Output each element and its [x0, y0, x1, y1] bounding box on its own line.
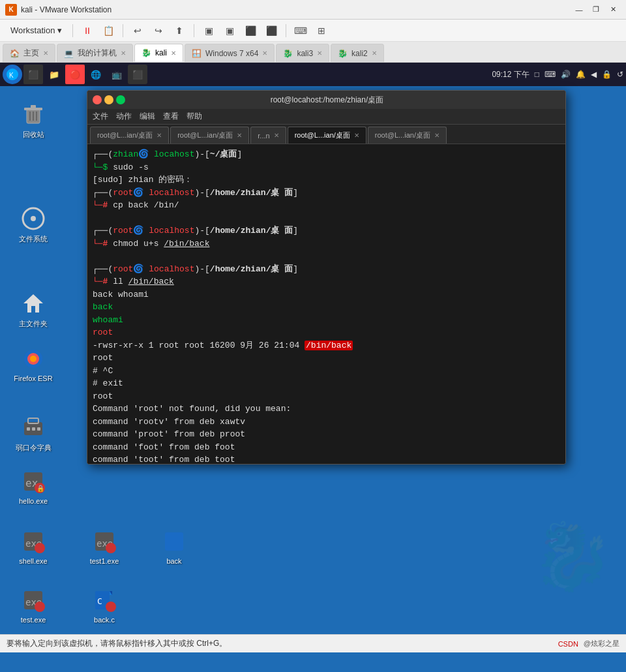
term-tab-5-close[interactable]: ✕ — [434, 132, 440, 139]
tab-home[interactable]: 🏠 主页 ✕ — [3, 44, 55, 62]
status-text: 要将输入定向到该虚拟机，请将鼠标指针移入其中或按 Ctrl+G。 — [7, 638, 227, 649]
vm-time: 09:12 下午 — [492, 69, 529, 80]
firefox-label: Firefox ESR — [14, 374, 52, 382]
lock-icon: 🔒 — [602, 70, 612, 79]
kali-terminal-open[interactable]: ⬛ — [128, 65, 147, 84]
kali3-tab-close[interactable]: ✕ — [317, 50, 322, 57]
toolbar-btn-6[interactable]: ▣ — [220, 22, 239, 40]
kali-taskbar-icon-4[interactable]: 🌐 — [86, 65, 106, 84]
kali-tab-close[interactable]: ✕ — [171, 50, 176, 57]
term-output-6: root — [93, 352, 560, 365]
titlebar: K kali - VMware Workstation — ❐ ✕ — [0, 0, 626, 20]
workstation-menu[interactable]: Workstation ▾ — [5, 23, 67, 38]
desktop-icon-test1exe[interactable]: exe test1.exe — [82, 526, 127, 568]
desktop-icon-shellexe[interactable]: exe shell.exe — [10, 526, 56, 568]
svg-text:🔒: 🔒 — [37, 484, 45, 493]
terminal-close-btn[interactable] — [93, 95, 102, 104]
term-line-5: └─# cp back /bin/ — [93, 199, 560, 212]
kali2-tab-close[interactable]: ✕ — [372, 50, 377, 57]
desktop-icon-weakpass[interactable]: 弱口令字典 — [10, 412, 56, 455]
kali-taskbar-icon-1[interactable]: ⬛ — [23, 65, 43, 84]
app-logo: K — [5, 4, 17, 16]
toolbar-btn-4[interactable]: ⬆ — [170, 22, 188, 40]
svg-text:K: K — [9, 72, 14, 79]
kali-menu-icon[interactable]: K — [3, 65, 22, 84]
term-tab-4-close[interactable]: ✕ — [354, 132, 359, 139]
toolbar-btn-1[interactable]: 📋 — [99, 22, 117, 40]
home-tab-label: 主页 — [23, 48, 39, 59]
tab-mycomputer[interactable]: 💻 我的计算机 ✕ — [57, 44, 133, 62]
term-tab-1[interactable]: root@L...ian/桌面 ✕ — [90, 127, 169, 144]
volume-icon: 🔊 — [561, 70, 571, 79]
keyboard-icon: □ — [535, 70, 539, 79]
tab-kali[interactable]: 🐉 kali ✕ — [134, 44, 183, 62]
svg-rect-28 — [37, 427, 40, 431]
home-tab-close[interactable]: ✕ — [43, 50, 48, 57]
toolbar-btn-9[interactable]: ⌨ — [291, 22, 310, 40]
term-line-3: [sudo] zhian 的密码： — [93, 174, 560, 187]
win7-tab-close[interactable]: ✕ — [262, 50, 267, 57]
terminal-minimize-btn[interactable] — [104, 95, 113, 104]
svg-point-35 — [35, 543, 45, 553]
desktop-icon-home[interactable]: 主文件夹 — [10, 288, 56, 331]
toolbar-btn-3[interactable]: ↪ — [149, 22, 168, 40]
term-tab-4[interactable]: root@L...ian/桌面 ✕ — [288, 127, 366, 144]
toolbar-btn-7[interactable]: ⬛ — [241, 22, 260, 40]
window-controls: — ❐ ✕ — [571, 3, 621, 16]
term-menu-help[interactable]: 帮助 — [186, 111, 202, 122]
term-tab-1-close[interactable]: ✕ — [156, 132, 162, 139]
desktop-icon-helloexe[interactable]: ex🔒 hello.exe — [10, 466, 56, 508]
win7-tab-label: Windows 7 x64 — [205, 49, 258, 58]
toolbar-btn-8[interactable]: ⬛ — [262, 22, 280, 40]
tab-win7[interactable]: 🪟 Windows 7 x64 ✕ — [185, 44, 275, 62]
status-right: CSDN @炫彩之星 — [558, 639, 619, 649]
helloexe-label: hello.exe — [19, 497, 48, 505]
desktop-icon-back[interactable]: back — [151, 526, 197, 568]
term-line-9: └─# ll /bin/back — [93, 275, 560, 288]
toolbar-btn-10[interactable]: ⊞ — [312, 22, 331, 40]
term-tab-3-close[interactable]: ✕ — [274, 132, 279, 139]
term-output-10: Command 'root' not found, did you mean: — [93, 403, 560, 416]
term-line-1: ┌──(zhian🌀 locahost)-[~/桌面] — [93, 148, 560, 161]
close-button[interactable]: ✕ — [605, 3, 621, 16]
restore-button[interactable]: ❐ — [588, 3, 604, 16]
term-tab-3[interactable]: r...n ✕ — [250, 127, 286, 144]
term-menu-action[interactable]: 动作 — [116, 111, 132, 122]
kali-taskbar-icon-5[interactable]: 📺 — [107, 65, 127, 84]
desktop-icon-filesystem[interactable]: 文件系统 — [10, 203, 56, 247]
desktop-icon-trash[interactable]: 回收站 — [10, 99, 56, 142]
toolbar-btn-2[interactable]: ↩ — [128, 22, 147, 40]
tab-kali2[interactable]: 🐉 kali2 ✕ — [331, 44, 384, 62]
mycomputer-tab-close[interactable]: ✕ — [121, 50, 126, 57]
home-tab-icon: 🏠 — [10, 49, 20, 58]
minimize-button[interactable]: — — [571, 3, 587, 16]
csdn-icon: CSDN — [558, 640, 578, 648]
win7-tab-icon: 🪟 — [192, 49, 201, 58]
desktop-icon-firefox[interactable]: Firefox ESR — [10, 343, 56, 385]
term-menu-file[interactable]: 文件 — [93, 111, 108, 122]
kali-taskbar-icon-2[interactable]: 📁 — [44, 65, 64, 84]
terminal-tabs: root@L...ian/桌面 ✕ root@L...ian/桌面 ✕ r...… — [87, 125, 565, 144]
vm-screen[interactable]: K ⬛ 📁 🔴 🌐 📺 ⬛ 09:12 下午 □ ⌨ 🔊 🔔 ◀ 🔒 — [0, 63, 626, 634]
term-tab-5[interactable]: root@L...ian/桌面 ✕ — [368, 127, 447, 144]
terminal-controls — [93, 95, 125, 104]
desktop-icon-testexe[interactable]: exe test.exe — [10, 585, 56, 626]
term-menu-view[interactable]: 查看 — [163, 111, 179, 122]
back-label: back — [166, 557, 181, 565]
terminal-window[interactable]: root@locahost:/home/zhian/桌面 文件 动作 编辑 查看… — [87, 90, 566, 465]
kali-taskbar-icon-3[interactable]: 🔴 — [65, 65, 85, 84]
term-tab-2[interactable]: root@L...ian/桌面 ✕ — [170, 127, 249, 144]
term-tab-2-close[interactable]: ✕ — [237, 132, 242, 139]
svg-text:C: C — [97, 596, 102, 606]
menubar: Workstation ▾ ⏸ 📋 ↩ ↪ ⬆ ▣ ▣ ⬛ ⬛ ⌨ ⊞ — [0, 20, 626, 42]
kali-tab-icon: 🐉 — [142, 48, 151, 57]
svg-point-42 — [35, 602, 45, 612]
toolbar-btn-5[interactable]: ▣ — [200, 22, 218, 40]
terminal-titlebar: root@locahost:/home/zhian/桌面 — [87, 91, 565, 109]
pause-button[interactable]: ⏸ — [78, 22, 97, 40]
term-menu-edit[interactable]: 编辑 — [140, 111, 155, 122]
workstation-label: Workstation — [10, 25, 55, 35]
desktop-icon-backc[interactable]: C back.c — [82, 585, 127, 626]
terminal-maximize-btn[interactable] — [116, 95, 125, 104]
tab-kali3[interactable]: 🐉 kali3 ✕ — [276, 44, 329, 62]
